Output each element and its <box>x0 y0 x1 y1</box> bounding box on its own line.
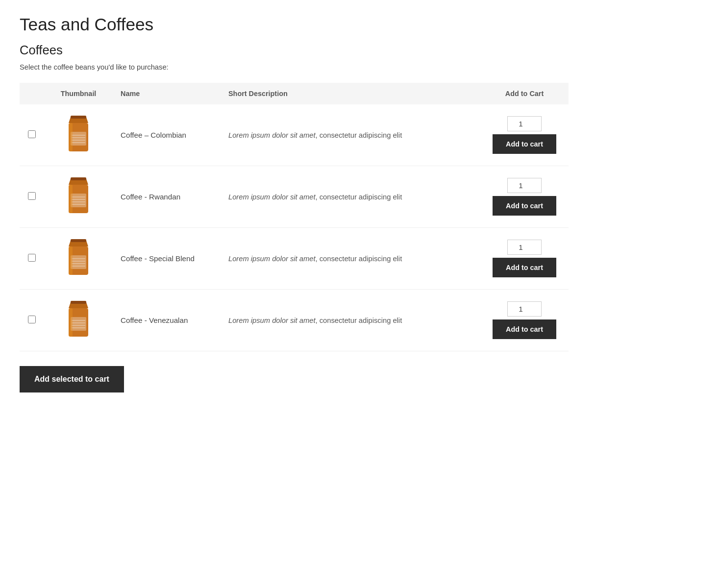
table-row: Coffee - Venezualan Lorem ipsum dolor si… <box>20 290 569 351</box>
row-cart-cell: Add to cart <box>480 166 569 228</box>
col-header-cart: Add to Cart <box>480 83 569 104</box>
row-description-cell: Lorem ipsum dolor sit amet, consectetur … <box>221 290 480 351</box>
description-italic: Lorem ipsum dolor sit amet <box>228 131 316 139</box>
product-checkbox-colombian[interactable] <box>28 130 36 138</box>
svg-rect-26 <box>69 246 73 275</box>
svg-rect-3 <box>71 132 86 146</box>
row-cart-cell: Add to cart <box>480 228 569 290</box>
row-name-cell: Coffee - Rwandan <box>113 166 221 228</box>
row-name-cell: Coffee - Special Blend <box>113 228 221 290</box>
svg-rect-12 <box>71 194 86 207</box>
quantity-input-colombian[interactable] <box>507 116 542 131</box>
cart-controls: Add to cart <box>488 116 561 154</box>
section-title: Coffees <box>20 43 569 57</box>
subtitle: Select the coffee beans you'd like to pu… <box>20 63 569 71</box>
svg-rect-35 <box>69 308 73 337</box>
row-thumbnail-cell <box>44 290 113 351</box>
quantity-input-rwandan[interactable] <box>507 178 542 193</box>
row-description-cell: Lorem ipsum dolor sit amet, consectetur … <box>221 166 480 228</box>
add-selected-to-cart-button[interactable]: Add selected to cart <box>20 366 124 392</box>
product-table: Thumbnail Name Short Description Add to … <box>20 83 569 351</box>
svg-rect-30 <box>71 317 86 331</box>
table-row: Coffee – Colombian Lorem ipsum dolor sit… <box>20 104 569 166</box>
row-checkbox-cell[interactable] <box>20 166 44 228</box>
add-to-cart-button-rwandan[interactable]: Add to cart <box>493 196 556 216</box>
row-description-cell: Lorem ipsum dolor sit amet, consectetur … <box>221 228 480 290</box>
row-checkbox-cell[interactable] <box>20 104 44 166</box>
row-checkbox-cell[interactable] <box>20 228 44 290</box>
description-italic: Lorem ipsum dolor sit amet <box>228 317 316 324</box>
row-thumbnail-cell <box>44 166 113 228</box>
product-checkbox-rwandan[interactable] <box>28 192 36 200</box>
cart-controls: Add to cart <box>488 301 561 339</box>
row-description-cell: Lorem ipsum dolor sit amet, consectetur … <box>221 104 480 166</box>
col-header-description: Short Description <box>221 83 480 104</box>
quantity-input-venezualan[interactable] <box>507 301 542 317</box>
add-to-cart-button-venezualan[interactable]: Add to cart <box>493 319 556 339</box>
row-name-cell: Coffee - Venezualan <box>113 290 221 351</box>
svg-rect-20 <box>71 239 86 242</box>
row-thumbnail-cell <box>44 104 113 166</box>
row-cart-cell: Add to cart <box>480 290 569 351</box>
svg-rect-21 <box>71 255 86 269</box>
cart-controls: Add to cart <box>488 240 561 277</box>
description-italic: Lorem ipsum dolor sit amet <box>228 255 316 263</box>
row-thumbnail-cell <box>44 228 113 290</box>
quantity-input-special-blend[interactable] <box>507 240 542 255</box>
description-italic: Lorem ipsum dolor sit amet <box>228 193 316 201</box>
table-header-row: Thumbnail Name Short Description Add to … <box>20 83 569 104</box>
product-checkbox-special-blend[interactable] <box>28 254 36 262</box>
svg-rect-2 <box>71 116 86 119</box>
product-checkbox-venezualan[interactable] <box>28 316 36 323</box>
page-title: Teas and Coffees <box>20 15 569 34</box>
add-to-cart-button-colombian[interactable]: Add to cart <box>493 134 556 154</box>
add-to-cart-button-special-blend[interactable]: Add to cart <box>493 258 556 277</box>
row-name-cell: Coffee – Colombian <box>113 104 221 166</box>
svg-rect-29 <box>71 301 86 304</box>
svg-rect-11 <box>71 177 86 180</box>
col-header-checkbox <box>20 83 44 104</box>
table-row: Coffee - Special Blend Lorem ipsum dolor… <box>20 228 569 290</box>
row-checkbox-cell[interactable] <box>20 290 44 351</box>
svg-rect-17 <box>69 185 73 213</box>
col-header-thumbnail: Thumbnail <box>44 83 113 104</box>
cart-controls: Add to cart <box>488 178 561 216</box>
col-header-name: Name <box>113 83 221 104</box>
svg-rect-8 <box>69 123 73 151</box>
row-cart-cell: Add to cart <box>480 104 569 166</box>
table-row: Coffee - Rwandan Lorem ipsum dolor sit a… <box>20 166 569 228</box>
